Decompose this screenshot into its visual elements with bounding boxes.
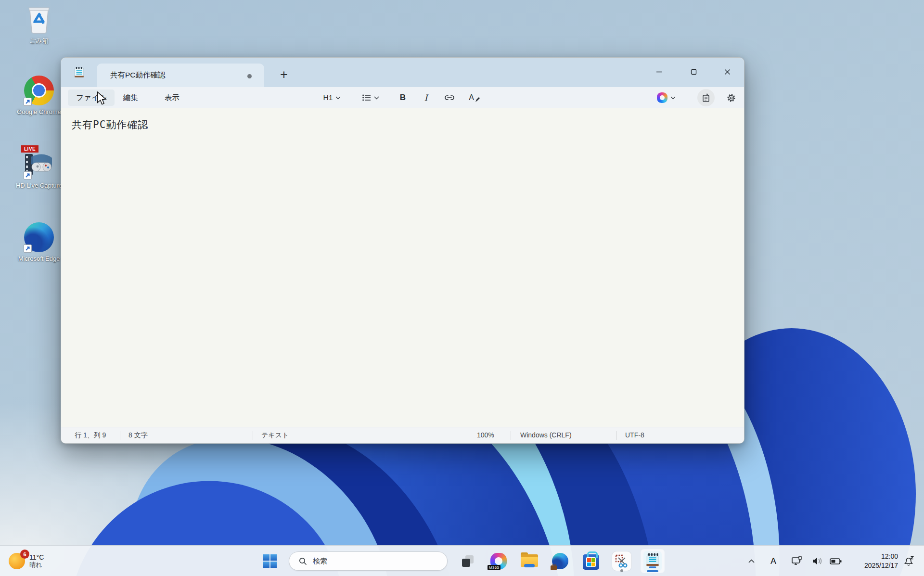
snipping-tool-icon — [612, 551, 631, 571]
recycle-bin-icon — [25, 4, 53, 34]
insert-link-button[interactable] — [438, 90, 461, 106]
chevron-up-icon — [748, 559, 755, 563]
task-view-icon — [462, 555, 474, 567]
status-divider — [511, 431, 511, 440]
bell-dnd-icon — [903, 556, 915, 566]
rewrite-button[interactable] — [695, 90, 717, 106]
desktop-icon-google-chrome[interactable]: Google Chrome — [11, 75, 67, 115]
task-view-button[interactable] — [456, 550, 479, 573]
tray-clock[interactable]: 12:00 2025/12/17 — [847, 550, 898, 573]
notification-dnd-button[interactable] — [900, 550, 918, 573]
copilot-dropdown[interactable] — [649, 90, 683, 106]
taskbar-m365-copilot[interactable]: M365 — [487, 550, 510, 573]
ethernet-monitor-icon — [791, 556, 803, 566]
desktop-icon-label: Google Chrome — [17, 108, 61, 115]
ime-mode-button[interactable]: A — [765, 550, 782, 573]
running-indicator — [620, 569, 623, 572]
bulleted-list-icon — [362, 94, 371, 101]
desktop-icon-label: HD Live Capture — [16, 182, 62, 189]
tray-time: 12:00 — [881, 552, 898, 561]
menu-edit[interactable]: 編集 — [115, 90, 146, 106]
tab-current-document[interactable]: 共有PC動作確認 — [97, 64, 264, 87]
gear-icon — [726, 93, 736, 103]
status-doc-type: テキスト — [261, 431, 289, 440]
status-zoom: 100% — [477, 431, 494, 439]
desktop-icon-hd-live-capture[interactable]: LIVE HD Live Capture — [11, 148, 67, 189]
new-tab-button[interactable]: + — [273, 64, 295, 86]
speaker-icon — [812, 557, 822, 565]
minimize-icon — [656, 69, 662, 75]
status-char-count: 8 文字 — [128, 431, 148, 440]
status-encoding: UTF-8 — [625, 431, 644, 439]
minimize-button[interactable] — [646, 62, 671, 82]
status-divider — [253, 431, 253, 440]
search-icon — [299, 557, 307, 565]
status-divider — [120, 431, 120, 440]
status-cursor-position: 行 1、列 9 — [75, 431, 106, 440]
heading-dropdown[interactable]: H1 — [316, 90, 348, 106]
statusbar: 行 1、列 9 8 文字 テキスト 100% Windows (CRLF) UT… — [61, 427, 744, 443]
link-icon — [444, 95, 455, 101]
shortcut-arrow-icon — [24, 171, 32, 179]
taskbar-search[interactable]: 検索 — [289, 551, 448, 571]
volume-button[interactable] — [808, 550, 826, 573]
search-placeholder: 検索 — [313, 557, 327, 566]
notepad-window: 共有PC動作確認 + ファイル 編集 表示 H1 — [61, 57, 744, 444]
desktop-icon-label: Microsoft Edge — [18, 255, 60, 262]
maximize-icon — [691, 69, 697, 75]
m365-copilot-icon: M365 — [490, 553, 507, 569]
taskbar: 6 11°C 晴れ 検索 M365 — [0, 545, 924, 576]
editor-area[interactable]: 共有PC動作確認 — [61, 108, 744, 427]
unsaved-indicator-dot — [247, 74, 252, 78]
m365-badge: M365 — [488, 565, 500, 570]
desktop-icon-microsoft-edge[interactable]: Microsoft Edge — [11, 221, 67, 262]
weather-condition: 晴れ — [29, 561, 44, 569]
bold-button[interactable]: B — [393, 90, 412, 106]
document-text: 共有PC動作確認 — [72, 118, 148, 131]
live-badge: LIVE — [21, 145, 38, 153]
sun-icon: 6 — [9, 553, 25, 569]
mouse-cursor — [96, 91, 109, 106]
battery-button[interactable] — [826, 550, 845, 573]
taskbar-microsoft-store[interactable] — [579, 550, 603, 573]
clear-formatting-button[interactable]: A — [463, 90, 486, 106]
start-button[interactable] — [258, 550, 282, 573]
battery-icon — [830, 558, 842, 564]
menubar: ファイル 編集 表示 H1 B I — [61, 87, 744, 108]
italic-button[interactable]: I — [416, 90, 436, 106]
taskbar-edge[interactable] — [549, 550, 572, 573]
pen-document-icon — [702, 93, 710, 102]
taskbar-file-explorer[interactable] — [518, 550, 541, 573]
status-divider — [616, 431, 617, 440]
chevron-down-icon — [374, 96, 379, 100]
weather-alert-badge: 6 — [20, 550, 29, 559]
menu-view[interactable]: 表示 — [156, 90, 188, 106]
windows-logo-icon — [263, 554, 277, 568]
network-button[interactable] — [787, 550, 807, 573]
desktop-icon-recycle-bin[interactable]: ごみ箱 — [11, 3, 67, 45]
chevron-down-icon — [670, 96, 676, 100]
status-divider — [468, 431, 468, 440]
titlebar[interactable]: 共有PC動作確認 + — [61, 58, 744, 87]
tray-hidden-icons-button[interactable] — [744, 550, 758, 573]
pen-icon — [475, 97, 480, 102]
shortcut-arrow-icon — [24, 98, 32, 106]
maximize-button[interactable] — [681, 62, 706, 82]
copilot-icon — [657, 92, 667, 103]
notepad-app-icon — [73, 66, 86, 79]
desktop-icon-label: ごみ箱 — [29, 37, 49, 45]
microsoft-store-icon — [583, 554, 599, 570]
taskbar-snipping-tool[interactable] — [610, 550, 633, 573]
notepad-icon — [644, 552, 661, 568]
weather-widget[interactable]: 6 11°C 晴れ — [5, 549, 48, 573]
close-button[interactable] — [715, 62, 740, 82]
desktop: ごみ箱 Google Chrome LIVE — [0, 0, 924, 576]
shortcut-arrow-icon — [24, 244, 32, 253]
close-icon — [724, 69, 731, 75]
settings-button[interactable] — [720, 90, 742, 106]
list-dropdown[interactable] — [355, 90, 386, 106]
file-explorer-icon — [521, 554, 538, 568]
chevron-down-icon — [335, 96, 341, 100]
taskbar-notepad-active[interactable] — [641, 550, 664, 573]
edge-icon — [552, 553, 568, 569]
